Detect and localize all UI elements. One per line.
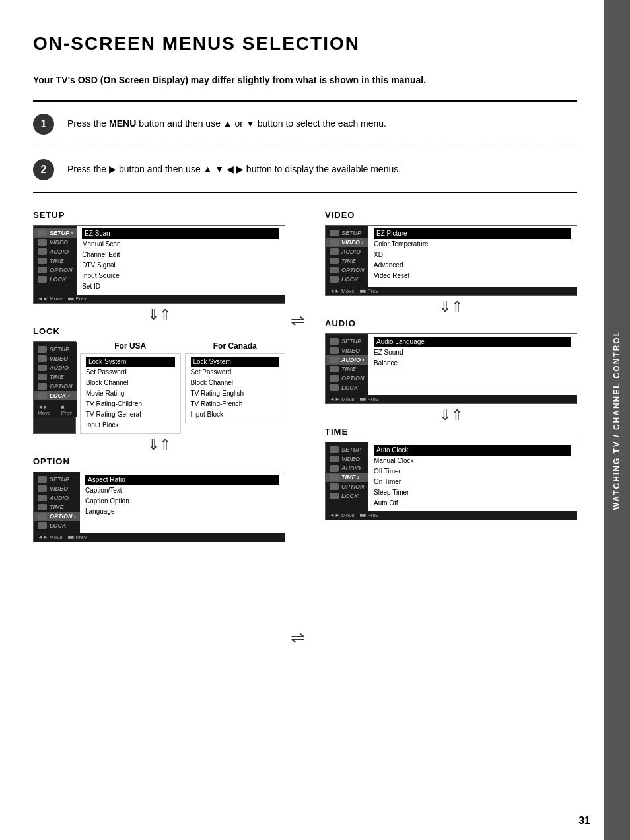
time-title: TIME: [325, 427, 577, 437]
video-right-item-1: EZ Picture: [374, 228, 571, 239]
lock-usa-item-4: Movie Rating: [86, 388, 175, 399]
lock-bottom-bar: ◄► Move■ Prev: [34, 403, 77, 417]
time-left-panel: SETUP VIDEO AUDIO TIME › OPTION LOCK: [326, 442, 368, 511]
lock-canada-item-4: TV Rating-English: [191, 388, 280, 399]
lock-usa-items: Lock System Set Password Block Channel M…: [80, 353, 181, 434]
step-2: 2 Press the ▶ button and then use ▲ ▼ ◀ …: [33, 147, 577, 193]
audio-left-panel: SETUP VIDEO AUDIO › TIME OPTION LOCK: [326, 334, 368, 395]
lock-canada-panel: For Canada Lock System Set Password Bloc…: [185, 341, 286, 434]
lock-item-video: VIDEO: [34, 354, 77, 363]
time-item-option: OPTION: [326, 482, 368, 491]
option-item-setup: SETUP: [34, 475, 80, 484]
option-title: OPTION: [33, 456, 285, 466]
audio-right-item-3: Balance: [374, 358, 571, 368]
audio-right-item-1: Audio Language: [374, 337, 571, 347]
lock-item-setup: SETUP: [34, 345, 77, 354]
menus-row: SETUP SETUP › VIDEO AUDIO TIME OPTION LO…: [33, 210, 577, 542]
video-bottom-bar: ◄► Move■■ Prev: [326, 287, 577, 295]
video-mockup: SETUP VIDEO › AUDIO TIME OPTION LOCK EZ …: [325, 225, 577, 296]
video-right-item-5: Video Reset: [374, 271, 571, 281]
page-title: ON-SCREEN MENUS SELECTION: [33, 33, 577, 54]
lock-item-option: OPTION: [34, 382, 77, 391]
subtitle: Your TV's OSD (On Screen Display) may di…: [33, 74, 577, 87]
video-item-video: VIDEO ›: [326, 238, 368, 247]
left-column: SETUP SETUP › VIDEO AUDIO TIME OPTION LO…: [33, 210, 285, 542]
step-1-number: 1: [33, 114, 54, 135]
setup-right-item-1: EZ Scan: [82, 228, 279, 239]
video-item-setup: SETUP: [326, 228, 368, 238]
time-right-item-5: Sleep Timer: [374, 487, 571, 498]
setup-item-option: OPTION: [34, 265, 77, 275]
lock-usa-title: For USA: [80, 341, 181, 351]
lock-canada-item-1: Lock System: [191, 357, 280, 367]
video-right-item-2: Color Temperature: [374, 239, 571, 250]
audio-item-setup: SETUP: [326, 337, 368, 346]
setup-right-item-4: DTV Signal: [82, 260, 279, 271]
video-title: VIDEO: [325, 210, 577, 220]
audio-right-item-2: EZ Sound: [374, 347, 571, 358]
lock-usa-item-1: Lock System: [86, 357, 175, 367]
setup-right-item-6: Set ID: [82, 281, 279, 292]
audio-item-video: VIDEO: [326, 346, 368, 355]
lock-left-panel: SETUP VIDEO AUDIO TIME OPTION LOCK ›: [34, 342, 77, 403]
setup-section: SETUP SETUP › VIDEO AUDIO TIME OPTION LO…: [33, 210, 285, 304]
audio-mockup: SETUP VIDEO AUDIO › TIME OPTION LOCK Aud…: [325, 333, 577, 404]
lock-title: LOCK: [33, 326, 285, 336]
option-right-item-3: Caption Option: [85, 496, 279, 507]
lock-item-time: TIME: [34, 372, 77, 382]
audio-item-time: TIME: [326, 365, 368, 374]
setup-left-panel: SETUP › VIDEO AUDIO TIME OPTION LOCK: [34, 226, 77, 295]
step-2-number: 2: [33, 159, 54, 180]
sidebar-label: WATCHING TV / CHANNEL CONTROL: [612, 330, 621, 510]
setup-title: SETUP: [33, 210, 285, 220]
option-left-panel: SETUP VIDEO AUDIO TIME OPTION › LOCK: [34, 472, 80, 533]
lock-canada-item-6: Input Block: [191, 409, 280, 420]
option-item-lock: LOCK: [34, 521, 80, 530]
video-item-option: OPTION: [326, 265, 368, 275]
lock-canada-title: For Canada: [185, 341, 286, 351]
video-right-item-3: XD: [374, 250, 571, 260]
lock-usa-item-5: TV Rating-Children: [86, 399, 175, 409]
step-1: 1 Press the MENU button and then use ▲ o…: [33, 102, 577, 147]
lock-subsections: SETUP VIDEO AUDIO TIME OPTION LOCK › ◄► …: [33, 341, 285, 434]
option-item-audio: AUDIO: [34, 493, 80, 503]
setup-item-lock: LOCK: [34, 275, 77, 284]
audio-item-lock: LOCK: [326, 383, 368, 392]
setup-item-audio: AUDIO: [34, 247, 77, 256]
option-item-option: OPTION ›: [34, 512, 80, 521]
audio-arrow: ⇓⇑: [325, 407, 577, 424]
video-item-lock: LOCK: [326, 275, 368, 284]
lock-usa-item-6: TV Rating-General: [86, 409, 175, 420]
lock-item-lock: LOCK ›: [34, 391, 77, 400]
time-item-setup: SETUP: [326, 445, 368, 454]
time-right-item-2: Manual Clock: [374, 456, 571, 466]
lock-canada-items: Lock System Set Password Block Channel T…: [185, 353, 286, 423]
video-right-panel: EZ Picture Color Temperature XD Advanced…: [368, 226, 577, 287]
lock-left-mockup: SETUP VIDEO AUDIO TIME OPTION LOCK › ◄► …: [33, 341, 76, 434]
time-mockup: SETUP VIDEO AUDIO TIME › OPTION LOCK Aut…: [325, 442, 577, 520]
option-bottom-bar: ◄► Move■■ Prev: [34, 533, 285, 542]
lock-item-audio: AUDIO: [34, 363, 77, 372]
video-item-time: TIME: [326, 256, 368, 265]
setup-item-time: TIME: [34, 256, 77, 265]
time-item-video: VIDEO: [326, 454, 368, 464]
transfer-arrow-2: ⇌: [291, 627, 305, 648]
audio-right-panel: Audio Language EZ Sound Balance: [368, 334, 577, 395]
audio-bottom-bar: ◄► Move■■ Prev: [326, 395, 577, 403]
lock-arrow: ⇓⇑: [33, 437, 285, 454]
option-right-item-1: Aspect Ratio: [85, 475, 279, 485]
time-right-item-1: Auto Clock: [374, 445, 571, 456]
time-section: TIME SETUP VIDEO AUDIO TIME › OPTION LOC…: [325, 427, 577, 520]
setup-mockup: SETUP › VIDEO AUDIO TIME OPTION LOCK EZ …: [33, 225, 285, 304]
time-item-time: TIME ›: [326, 473, 368, 482]
setup-right-item-3: Channel Edit: [82, 250, 279, 260]
time-item-audio: AUDIO: [326, 464, 368, 473]
lock-usa-item-3: Block Channel: [86, 378, 175, 388]
video-item-audio: AUDIO: [326, 247, 368, 256]
sidebar: WATCHING TV / CHANNEL CONTROL: [604, 0, 630, 840]
audio-item-audio: AUDIO ›: [326, 355, 368, 365]
setup-right-panel: EZ Scan Manual Scan Channel Edit DTV Sig…: [77, 226, 285, 295]
time-bottom-bar: ◄► Move■■ Prev: [326, 511, 577, 520]
video-right-item-4: Advanced: [374, 260, 571, 271]
video-arrow: ⇓⇑: [325, 298, 577, 316]
